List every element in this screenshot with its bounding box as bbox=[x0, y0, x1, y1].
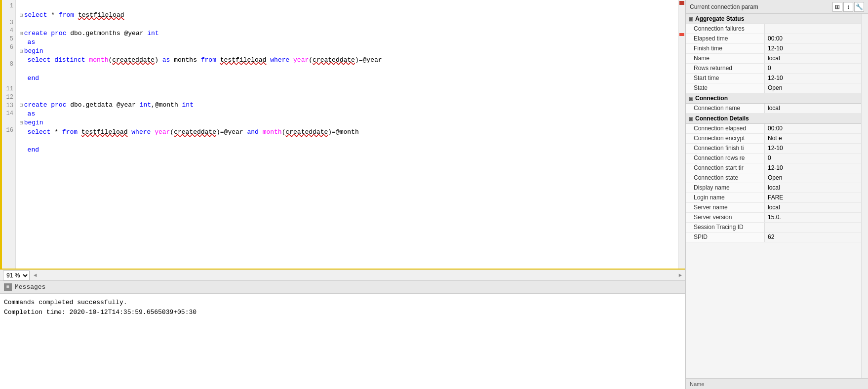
prop-value: 00:00 bbox=[765, 124, 861, 133]
code-content[interactable]: ⊟select * from testfileload ⊟create proc… bbox=[16, 0, 678, 269]
prop-value: Open bbox=[765, 83, 861, 93]
prop-name: Connection rows re bbox=[686, 154, 765, 163]
editor-scrollbar[interactable] bbox=[678, 0, 685, 269]
prop-name: SPID bbox=[686, 233, 765, 242]
collapse-icon-connection: ▣ bbox=[689, 96, 693, 101]
scroll-marker-1 bbox=[679, 1, 684, 5]
prop-value: local bbox=[765, 183, 861, 193]
prop-name: Connection encrypt bbox=[686, 134, 765, 143]
main-area: 1 3 4 5 6 8 11 12 13 14 16 ⊟select * fro… bbox=[0, 0, 685, 389]
prop-name: Connection finish ti bbox=[686, 144, 765, 153]
messages-header: ≡ Messages bbox=[0, 281, 685, 294]
grid-icon-button[interactable]: ⊞ bbox=[832, 2, 842, 12]
prop-value: Open bbox=[765, 173, 861, 183]
prop-value: local bbox=[765, 104, 861, 113]
prop-name: Rows returned bbox=[686, 64, 765, 73]
prop-row: Connection elapsed 00:00 bbox=[686, 124, 861, 134]
prop-name: Server version bbox=[686, 213, 765, 222]
prop-row: Connection failures bbox=[686, 24, 861, 34]
prop-name: Connection state bbox=[686, 173, 765, 183]
prop-name: Start time bbox=[686, 74, 765, 83]
collapse-icon-11[interactable]: ⊟ bbox=[20, 102, 23, 108]
scroll-marker-2 bbox=[679, 33, 684, 36]
collapse-icon-3[interactable]: ⊟ bbox=[20, 31, 23, 37]
messages-icon: ≡ bbox=[4, 283, 12, 291]
section-header-aggregate-status[interactable]: ▣Aggregate Status bbox=[686, 14, 861, 24]
right-panel-title: Current connection param bbox=[690, 3, 758, 10]
line-numbers: 1 3 4 5 6 8 11 12 13 14 16 bbox=[2, 0, 16, 269]
prop-name: Display name bbox=[686, 183, 765, 193]
prop-row: Elapsed time 00:00 bbox=[686, 34, 861, 44]
prop-value: 12-10 bbox=[765, 74, 861, 83]
collapse-icon-5[interactable]: ⊟ bbox=[20, 48, 23, 54]
right-scrollbar[interactable] bbox=[861, 14, 868, 378]
right-panel-toolbar: ⊞ ↕ 🔧 bbox=[832, 2, 864, 12]
prop-row: Connection rows re 0 bbox=[686, 154, 861, 163]
prop-name: Server name bbox=[686, 203, 765, 212]
prop-row: Session Tracing ID bbox=[686, 223, 861, 233]
zoom-select[interactable]: 91 % bbox=[3, 271, 30, 280]
prop-value: 0 bbox=[765, 64, 861, 73]
collapse-icon-connection-details: ▣ bbox=[689, 116, 693, 121]
prop-name: Connection name bbox=[686, 104, 765, 113]
section-label-connection: Connection bbox=[695, 95, 728, 102]
collapse-icon-13[interactable]: ⊟ bbox=[20, 120, 23, 126]
right-content: ▣Aggregate Status Connection failures El… bbox=[686, 14, 868, 378]
prop-row: Server name local bbox=[686, 203, 861, 213]
prop-value: 0 bbox=[765, 154, 861, 163]
prop-row: Connection name local bbox=[686, 104, 861, 114]
messages-content: Commands completed successfully. Complet… bbox=[0, 294, 685, 389]
prop-value: Not e bbox=[765, 134, 861, 143]
prop-row: State Open bbox=[686, 83, 861, 93]
prop-name: Session Tracing ID bbox=[686, 223, 765, 232]
prop-name: Elapsed time bbox=[686, 34, 765, 43]
prop-value: 12-10 bbox=[765, 44, 861, 53]
bottom-status: Name bbox=[686, 378, 868, 389]
right-panel-header: Current connection param ⊞ ↕ 🔧 bbox=[686, 0, 868, 14]
prop-name: Finish time bbox=[686, 44, 765, 53]
section-label-connection-details: Connection Details bbox=[695, 115, 749, 122]
arrow-icon-button[interactable]: ↕ bbox=[843, 2, 853, 12]
prop-name: Connection failures bbox=[686, 24, 765, 34]
messages-panel: ≡ Messages Commands completed successful… bbox=[0, 280, 685, 389]
prop-row: Connection encrypt Not e bbox=[686, 134, 861, 144]
message-line-2: Completion time: 2020-10-12T14:35:59.656… bbox=[4, 308, 681, 317]
properties-table: ▣Aggregate Status Connection failures El… bbox=[686, 14, 861, 378]
prop-value bbox=[765, 223, 861, 232]
collapse-icon-aggregate-status: ▣ bbox=[689, 16, 693, 22]
prop-value: FARE bbox=[765, 193, 861, 202]
collapse-icon-1[interactable]: ⊟ bbox=[20, 12, 23, 18]
message-line-1: Commands completed successfully. bbox=[4, 298, 681, 308]
prop-name: Login name bbox=[686, 193, 765, 202]
prop-row: Connection state Open bbox=[686, 173, 861, 183]
zoom-bar: 91 % ◄ ► bbox=[0, 270, 685, 280]
prop-value: 00:00 bbox=[765, 34, 861, 43]
bottom-status-label: Name bbox=[690, 381, 704, 387]
right-panel: Current connection param ⊞ ↕ 🔧 ▣Aggregat… bbox=[685, 0, 868, 389]
prop-value: 12-10 bbox=[765, 163, 861, 173]
messages-tab-label[interactable]: Messages bbox=[15, 283, 45, 291]
prop-row: Login name FARE bbox=[686, 193, 861, 203]
prop-row: Connection finish ti 12-10 bbox=[686, 144, 861, 154]
wrench-icon-button[interactable]: 🔧 bbox=[854, 2, 864, 12]
section-header-connection[interactable]: ▣Connection bbox=[686, 93, 861, 104]
prop-row: Rows returned 0 bbox=[686, 64, 861, 74]
prop-row: Server version 15.0. bbox=[686, 213, 861, 223]
code-editor: 1 3 4 5 6 8 11 12 13 14 16 ⊟select * fro… bbox=[0, 0, 685, 270]
section-header-connection-details[interactable]: ▣Connection Details bbox=[686, 114, 861, 124]
prop-row: Finish time 12-10 bbox=[686, 44, 861, 54]
prop-row: SPID 62 bbox=[686, 233, 861, 242]
prop-row: Connection start tir 12-10 bbox=[686, 163, 861, 173]
prop-name: Connection start tir bbox=[686, 163, 765, 173]
prop-value: local bbox=[765, 54, 861, 63]
prop-value: 62 bbox=[765, 233, 861, 242]
prop-value bbox=[765, 24, 861, 34]
prop-value: local bbox=[765, 203, 861, 212]
prop-value: 12-10 bbox=[765, 144, 861, 153]
prop-row: Start time 12-10 bbox=[686, 74, 861, 83]
prop-name: State bbox=[686, 83, 765, 93]
section-label-aggregate-status: Aggregate Status bbox=[695, 15, 744, 22]
prop-row: Display name local bbox=[686, 183, 861, 193]
prop-value: 15.0. bbox=[765, 213, 861, 222]
prop-row: Name local bbox=[686, 54, 861, 64]
